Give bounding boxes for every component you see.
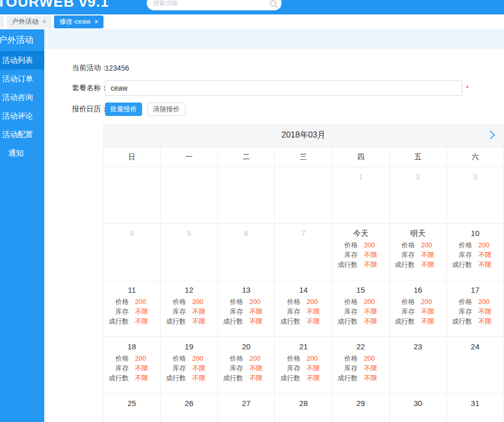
price-value: 200 (246, 353, 274, 363)
calendar-cell-24[interactable]: 24 (447, 337, 504, 394)
next-month-icon[interactable] (486, 130, 495, 139)
package-name-input[interactable] (105, 80, 462, 96)
tab-outdoor-activities[interactable]: 户外活动× (7, 15, 51, 28)
calendar-cell-20[interactable]: 20价格200库存不限成行数不限 (218, 337, 275, 394)
calendar-cell-15[interactable]: 15价格200库存不限成行数不限 (333, 280, 390, 337)
calendar-cell-23[interactable]: 23 (390, 337, 447, 394)
calendar-cell-31[interactable]: 31 (447, 394, 504, 422)
price-calendar: 2018年03月 日一二三四五六 1234567今天价格200库存不限成行数不限… (103, 124, 504, 422)
calendar-cell-13[interactable]: 13价格200库存不限成行数不限 (218, 280, 275, 337)
calendar-cell-21[interactable]: 21价格200库存不限成行数不限 (275, 337, 332, 394)
calendar-cell-17[interactable]: 17价格200库存不限成行数不限 (447, 280, 504, 337)
calendar-cell-12[interactable]: 12价格200库存不限成行数不限 (161, 280, 218, 337)
group-label: 成行数 (161, 373, 189, 383)
stock-label: 库存 (333, 250, 361, 260)
group-value: 不限 (132, 316, 160, 326)
calendar-cell-16[interactable]: 16价格200库存不限成行数不限 (390, 280, 447, 337)
price-calendar-row: 报价日历： 批量报价 清除报价 (72, 103, 504, 116)
price-row: 价格200 (390, 297, 446, 307)
calendar-date-label: 19 (161, 342, 217, 352)
calendar-cell-price-info: 价格200库存不限成行数不限 (161, 353, 217, 383)
clear-price-button[interactable]: 清除报价 (147, 103, 185, 116)
sidebar-item-activity-consult[interactable]: 活动咨询 (0, 88, 44, 107)
stock-label: 库存 (447, 307, 475, 316)
price-row: 价格200 (333, 240, 389, 250)
calendar-cell-1: 1 (333, 167, 390, 224)
weekday-header-cell: 一 (161, 147, 218, 167)
calendar-date-label: 22 (333, 342, 389, 352)
global-search[interactable] (147, 0, 282, 10)
tab-label: 修改-ceaw (59, 17, 91, 26)
stock-label: 库存 (161, 363, 189, 373)
calendar-cell-26[interactable]: 26 (161, 394, 218, 422)
tab-home[interactable]: 首页 (0, 15, 4, 28)
sidebar-item-activity-list[interactable]: 活动列表 (0, 51, 44, 70)
group-label: 成行数 (333, 316, 361, 326)
batch-price-button[interactable]: 批量报价 (105, 103, 142, 116)
calendar-date-label: 21 (275, 342, 332, 352)
calendar-cell-19[interactable]: 19价格200库存不限成行数不限 (161, 337, 218, 394)
stock-label: 库存 (447, 250, 475, 260)
calendar-cell-29[interactable]: 29 (333, 394, 390, 422)
tab-close-icon[interactable]: × (94, 18, 98, 26)
tab-edit-ceaw[interactable]: 修改-ceaw× (54, 15, 103, 28)
calendar-cell-14[interactable]: 14价格200库存不限成行数不限 (275, 280, 332, 337)
calendar-cell-28[interactable]: 28 (275, 394, 332, 422)
calendar-cell-明天[interactable]: 明天价格200库存不限成行数不限 (390, 224, 447, 280)
stock-row: 库存不限 (103, 363, 160, 373)
calendar-cell-price-info: 价格200库存不限成行数不限 (275, 297, 332, 326)
calendar-cell-price-info: 价格200库存不限成行数不限 (333, 353, 389, 383)
sidebar-item-activity-comments[interactable]: 活动评论 (0, 107, 44, 125)
calendar-cell-price-info: 价格200库存不限成行数不限 (390, 297, 446, 326)
calendar-cell-11[interactable]: 11价格200库存不限成行数不限 (103, 280, 161, 337)
price-label: 价格 (161, 353, 189, 363)
calendar-cell-今天[interactable]: 今天价格200库存不限成行数不限 (333, 224, 390, 280)
stock-row: 库存不限 (275, 307, 332, 316)
tab-bar: 首页户外活动×修改-ceaw× (0, 14, 504, 29)
price-row: 价格200 (218, 353, 274, 363)
tab-label: 户外活动 (12, 17, 39, 26)
calendar-cell-27[interactable]: 27 (218, 394, 275, 422)
search-input[interactable] (152, 0, 270, 7)
calendar-cell-22[interactable]: 22价格200库存不限成行数不限 (333, 337, 390, 394)
price-row: 价格200 (161, 353, 217, 363)
search-icon[interactable] (270, 0, 276, 7)
calendar-date-label: 4 (103, 228, 160, 239)
calendar-date-label: 25 (103, 398, 160, 409)
sidebar-item-activity-orders[interactable]: 活动订单 (0, 70, 44, 88)
sidebar-section-outdoor-activities[interactable]: 户外活动 (0, 29, 44, 51)
calendar-grid: 1234567今天价格200库存不限成行数不限明天价格200库存不限成行数不限1… (103, 167, 504, 422)
tab-close-icon[interactable]: × (42, 18, 46, 26)
sidebar-item-notice[interactable]: 通知 (0, 144, 44, 162)
stock-value: 不限 (246, 363, 274, 373)
calendar-cell-30[interactable]: 30 (390, 394, 447, 422)
calendar-cell-18[interactable]: 18价格200库存不限成行数不限 (103, 337, 161, 394)
stock-value: 不限 (246, 307, 274, 316)
sidebar-item-activity-config[interactable]: 活动配置 (0, 125, 44, 144)
stock-row: 库存不限 (390, 307, 446, 316)
calendar-date-label: 23 (390, 342, 446, 352)
calendar-date-label: 13 (218, 285, 274, 295)
calendar-cell-10[interactable]: 10价格200库存不限成行数不限 (447, 224, 504, 280)
calendar-cell-price-info: 价格200库存不限成行数不限 (447, 240, 503, 269)
current-activity-label: 当前活动： (72, 63, 105, 73)
calendar-week-row: 11价格200库存不限成行数不限12价格200库存不限成行数不限13价格200库… (103, 280, 504, 337)
stock-row: 库存不限 (333, 250, 389, 260)
group-row: 成行数不限 (103, 373, 160, 383)
stock-value: 不限 (475, 250, 503, 260)
price-value: 200 (418, 297, 446, 307)
stock-row: 库存不限 (447, 307, 503, 316)
calendar-week-row: 25262728293031 (103, 394, 504, 422)
stock-label: 库存 (333, 363, 361, 373)
calendar-cell-empty (103, 167, 161, 224)
sidebar-menu: 活动列表活动订单活动咨询活动评论活动配置通知 (0, 51, 44, 162)
calendar-week-row: 123 (103, 167, 504, 224)
weekday-header-cell: 四 (333, 147, 390, 167)
group-row: 成行数不限 (103, 316, 160, 326)
calendar-cell-25[interactable]: 25 (103, 394, 161, 422)
price-row: 价格200 (447, 297, 503, 307)
calendar-date-label: 29 (333, 398, 389, 409)
calendar-cell-price-info: 价格200库存不限成行数不限 (333, 240, 389, 269)
calendar-date-label: 10 (447, 228, 503, 239)
price-label: 价格 (218, 353, 246, 363)
